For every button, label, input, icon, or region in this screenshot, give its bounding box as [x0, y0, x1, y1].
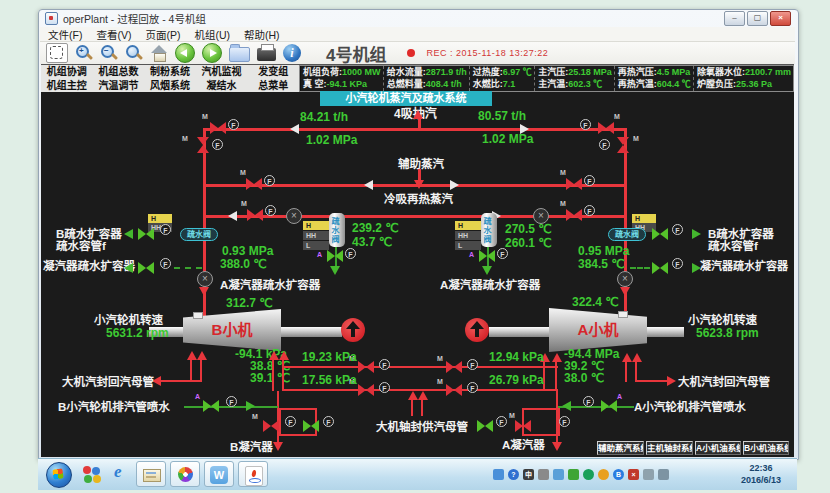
steam-valve[interactable] [598, 122, 614, 134]
spray-valve[interactable] [203, 400, 219, 412]
forward-icon[interactable] [202, 43, 222, 63]
task-button-pinwheel-app[interactable] [170, 461, 200, 487]
flow-arrow-left [228, 211, 237, 221]
tray-bluetooth-icon[interactable]: B [613, 469, 624, 480]
steam-valve[interactable] [446, 361, 462, 373]
nav-pulverizing-system[interactable]: 制粉系统 [144, 65, 196, 79]
flow-arrow-down [552, 442, 562, 451]
select-tool-icon[interactable] [46, 43, 68, 63]
nav-generator-transformer[interactable]: 发变组 [247, 65, 299, 79]
titlebar[interactable]: operPlant - 过程回放 - 4号机组 – ▢ × [40, 10, 795, 27]
task-button-operplant[interactable] [136, 461, 166, 487]
nav-unit-totals[interactable]: 机组总数 [93, 65, 145, 79]
print-icon[interactable] [257, 48, 276, 61]
drain-valve[interactable] [479, 250, 495, 262]
menu-file[interactable]: 文件(F) [48, 27, 82, 42]
nav-unit-master[interactable]: 机组主控 [41, 79, 93, 93]
nav-air-flue-system[interactable]: 风烟系统 [144, 79, 196, 93]
nav-unit-coordination[interactable]: 机组协调 [41, 65, 93, 79]
nav-condensate[interactable]: 凝结水 [196, 79, 248, 93]
zoom-out-icon[interactable]: − [100, 44, 118, 62]
steam-valve[interactable] [566, 178, 582, 190]
open-folder-icon[interactable] [229, 47, 250, 62]
minimize-button[interactable]: – [724, 11, 745, 26]
drain-valve[interactable] [477, 420, 493, 432]
close-button[interactable]: × [770, 11, 791, 26]
steam-valve[interactable] [566, 209, 582, 221]
drain-valve[interactable] [138, 262, 154, 274]
system-tray: ? 中 B × [493, 466, 721, 482]
level-alarm-h: H [455, 221, 481, 230]
valve-feedback-icon: F [228, 119, 239, 130]
tray-printer-error-icon[interactable]: × [628, 469, 639, 480]
nav-steam-temp-control[interactable]: 汽温调节 [93, 79, 145, 93]
home-icon[interactable] [150, 44, 168, 62]
steam-valve[interactable] [515, 420, 531, 432]
steam-valve[interactable] [197, 137, 209, 153]
stat-col-reheat: 再热汽压:4.5 MPa 再热汽温:604.4 ℃ [614, 66, 693, 91]
app-launcher-icon[interactable] [82, 466, 102, 484]
drain-valve-button[interactable]: 疏水阀 [180, 228, 218, 241]
btn-b-turbine-oil-system[interactable]: B小机油系统 [743, 441, 789, 455]
drain-valve[interactable] [138, 228, 154, 240]
temp-value: 38.0 ℃ [564, 371, 604, 385]
spray-label: B小汽轮机排汽管喷水 [58, 398, 170, 414]
start-button[interactable] [46, 462, 72, 488]
pressure-value: 0.93 MPa [222, 244, 273, 258]
steam-valve[interactable] [263, 420, 279, 432]
menu-unit[interactable]: 机组(U) [194, 27, 230, 42]
zoom-reset-icon[interactable] [125, 44, 143, 62]
btn-main-gland-system[interactable]: 主机轴封系统 [646, 441, 693, 455]
drain-valve-button[interactable]: 疏水阀 [608, 228, 646, 241]
maximize-button[interactable]: ▢ [747, 11, 768, 26]
drain-valve[interactable] [652, 228, 668, 240]
drain-valve[interactable] [303, 420, 319, 432]
menu-help[interactable]: 帮助(H) [244, 27, 280, 42]
steam-valve[interactable] [246, 178, 262, 190]
valve-auto-tag: A [195, 393, 200, 400]
tray-ime-icon[interactable]: 中 [523, 469, 534, 480]
info-icon[interactable]: i [283, 44, 301, 62]
drain-pipe [174, 267, 202, 269]
tray-settings-icon[interactable] [538, 469, 549, 480]
valve-motor-tag: M [614, 113, 620, 120]
tray-notes-icon[interactable] [553, 469, 564, 480]
left-flow-value: 84.21 t/h [300, 110, 348, 124]
task-button-wps[interactable]: W [204, 461, 234, 487]
valve-motor-tag: M [202, 113, 208, 120]
task-button-java-app[interactable] [238, 461, 268, 487]
temp-value: 384.5 ℃ [578, 257, 625, 271]
zoom-in-icon[interactable]: + [75, 44, 93, 62]
unit-stats-strip: 机组负荷:1000 MW 真 空:-94.1 KPa 给水流量:2871.9 t… [299, 65, 794, 92]
back-icon[interactable] [175, 43, 195, 63]
menu-view[interactable]: 查看(V) [96, 27, 131, 42]
steam-valve[interactable] [617, 137, 629, 153]
taskbar-clock[interactable]: 22:36 2016/6/13 [726, 462, 796, 486]
flow-arrow-up [187, 351, 197, 360]
btn-aux-steam-system[interactable]: 辅助蒸汽系统 [597, 441, 644, 455]
steam-valve[interactable] [358, 384, 374, 396]
steam-valve[interactable] [358, 361, 374, 373]
tray-antivirus-icon[interactable] [583, 469, 594, 480]
steam-valve[interactable] [247, 209, 263, 221]
drain-valve[interactable] [652, 262, 668, 274]
nav-main-menu[interactable]: 总菜单 [247, 79, 299, 93]
internet-explorer-icon[interactable]: e [114, 462, 122, 482]
nav-turbine-monitor[interactable]: 汽机监视 [196, 65, 248, 79]
tray-help-icon[interactable]: ? [508, 469, 519, 480]
pressure-value: 17.56 kPa [302, 373, 357, 387]
drain-valve[interactable] [327, 250, 343, 262]
tray-display-icon[interactable] [493, 469, 504, 480]
tray-network-icon[interactable] [658, 469, 669, 480]
menu-page[interactable]: 页面(P) [145, 27, 180, 42]
tray-battery-icon[interactable] [568, 469, 579, 480]
btn-a-turbine-oil-system[interactable]: A小机油系统 [695, 441, 741, 455]
screen-nav-panel: 机组协调 机组总数 制粉系统 汽机监视 发变组 机组主控 汽温调节 风烟系统 凝… [41, 65, 301, 92]
tray-volume-icon[interactable] [643, 469, 654, 480]
valve-motor-tag: M [560, 200, 566, 207]
gland-supply-label: 大机轴封供汽母管 [376, 418, 468, 434]
steam-valve[interactable] [446, 384, 462, 396]
spray-valve[interactable] [601, 400, 617, 412]
steam-valve[interactable] [210, 122, 226, 134]
tray-update-icon[interactable] [598, 469, 609, 480]
